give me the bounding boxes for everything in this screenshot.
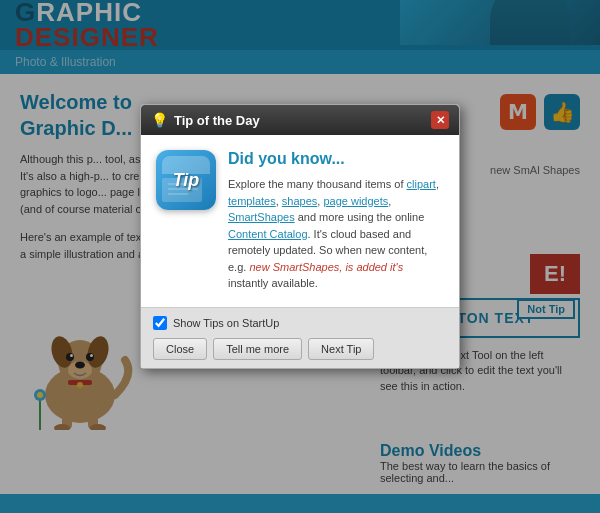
checkbox-label: Show Tips on StartUp bbox=[173, 317, 279, 329]
dialog-titlebar-left: 💡 Tip of the Day bbox=[151, 112, 260, 128]
close-button[interactable]: Close bbox=[153, 338, 207, 360]
next-tip-button[interactable]: Next Tip bbox=[308, 338, 374, 360]
dialog-titlebar: 💡 Tip of the Day ✕ bbox=[141, 105, 459, 135]
dialog-body: Tip Did you know... Explore the many tho… bbox=[141, 135, 459, 307]
dialog-title-text: Tip of the Day bbox=[174, 113, 260, 128]
tip-icon: Tip bbox=[156, 150, 216, 210]
dialog-text-content: Did you know... Explore the many thousan… bbox=[228, 150, 444, 292]
dialog-buttons: Close Tell me more Next Tip bbox=[153, 338, 447, 360]
tip-dialog: 💡 Tip of the Day ✕ Tip Did you know... bbox=[140, 104, 460, 369]
highlight-new-smartshapes: new SmartShapes, is added it's bbox=[249, 261, 403, 273]
content-catalog-link[interactable]: Content Catalog bbox=[228, 228, 308, 240]
checkbox-row: Show Tips on StartUp bbox=[153, 316, 447, 330]
dialog-footer: Show Tips on StartUp Close Tell me more … bbox=[141, 307, 459, 368]
smartshapes-link[interactable]: SmartShapes bbox=[228, 211, 295, 223]
dialog-title-icon: 💡 bbox=[151, 112, 168, 128]
dialog-heading: Did you know... bbox=[228, 150, 444, 168]
dialog-body-text: Explore the many thousand items of clipa… bbox=[228, 176, 444, 292]
templates-link[interactable]: templates bbox=[228, 195, 276, 207]
show-tips-checkbox[interactable] bbox=[153, 316, 167, 330]
page-widgets-link[interactable]: page widgets bbox=[323, 195, 388, 207]
shapes-link[interactable]: shapes bbox=[282, 195, 317, 207]
clipart-link[interactable]: clipart bbox=[407, 178, 436, 190]
dialog-close-icon-button[interactable]: ✕ bbox=[431, 111, 449, 129]
tell-me-more-button[interactable]: Tell me more bbox=[213, 338, 302, 360]
dialog-overlay: 💡 Tip of the Day ✕ Tip Did you know... bbox=[0, 0, 600, 513]
